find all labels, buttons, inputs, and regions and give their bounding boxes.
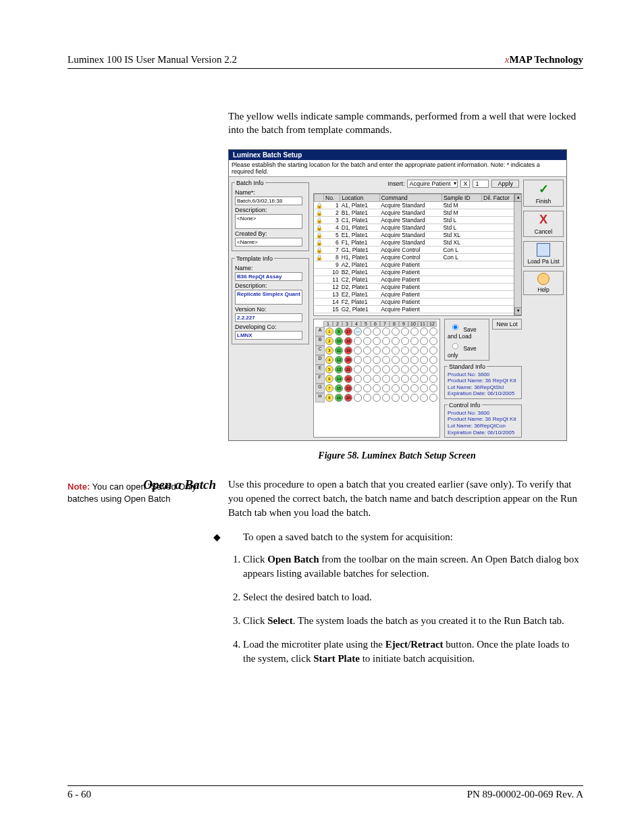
created-by-input[interactable]: <Name> (235, 238, 302, 246)
plate-well[interactable] (363, 346, 371, 355)
plate-well[interactable] (401, 346, 409, 355)
save-and-load-radio[interactable]: Save and Load (448, 321, 486, 340)
table-row[interactable]: 🔒3C1, Plate1Acquire StandardStd L1 (315, 216, 521, 224)
load-pa-list-button[interactable]: Load Pa List (523, 241, 564, 267)
table-row[interactable]: 🔒4D1, Plate1Acquire StandardStd L1 (315, 224, 521, 231)
plate-well[interactable]: 4 (325, 356, 333, 364)
plate-well[interactable] (363, 384, 371, 392)
table-row[interactable]: 🔒5E1, Plate1Acquire StandardStd XL1 (315, 231, 521, 238)
plate-well[interactable] (382, 328, 390, 336)
plate-well[interactable] (429, 356, 437, 364)
plate-well[interactable] (420, 328, 428, 336)
table-row[interactable]: 9A2, Plate1Acquire Patient2 (315, 261, 521, 268)
plate-well[interactable] (373, 356, 381, 364)
plate-well[interactable] (354, 365, 362, 373)
plate-well[interactable] (373, 337, 381, 345)
plate-well[interactable]: 9 (335, 328, 343, 336)
plate-well[interactable]: 20 (344, 356, 352, 364)
plate-well[interactable] (363, 394, 371, 402)
plate-well[interactable] (420, 365, 428, 373)
plate-well[interactable]: 22 (344, 375, 352, 383)
plate-well[interactable] (382, 365, 390, 373)
save-only-radio[interactable]: Save only (448, 340, 486, 359)
plate-well[interactable] (382, 346, 390, 355)
plate-well[interactable] (429, 365, 437, 373)
col-sample-id[interactable]: Sample ID (441, 194, 481, 201)
plate-well[interactable] (410, 394, 419, 402)
plate-well[interactable]: 7 (325, 384, 333, 392)
col-location[interactable]: Location (340, 194, 379, 201)
description-input[interactable]: <None> (235, 214, 302, 229)
plate-well[interactable] (429, 384, 437, 392)
name-input[interactable]: Batch,6/3/02,16:38 (235, 197, 302, 205)
plate-well[interactable]: 23 (344, 384, 352, 392)
plate-well[interactable] (429, 337, 437, 345)
plate-well[interactable]: 21 (344, 365, 352, 373)
plate-well[interactable] (382, 394, 390, 402)
plate-well[interactable]: 15 (335, 384, 343, 392)
table-row[interactable]: 14F2, Plate1Acquire Patient1 (315, 298, 521, 305)
plate-well[interactable]: 1 (325, 328, 333, 336)
plate-well[interactable] (420, 356, 428, 364)
table-row[interactable]: 10B2, Plate1Acquire Patient2 (315, 268, 521, 276)
table-row[interactable]: 🔒8H1, Plate1Acquire ControlCon L1 (315, 253, 521, 261)
insert-command-select[interactable]: Acquire Patient (407, 180, 458, 188)
new-lot-button[interactable]: New Lot (492, 319, 522, 330)
plate-well[interactable] (392, 337, 400, 345)
plate-well[interactable]: 12 (335, 356, 343, 364)
plate-well[interactable] (363, 337, 371, 345)
plate-well[interactable] (401, 337, 409, 345)
plate-well[interactable]: 10 (335, 337, 343, 345)
plate-well[interactable] (410, 337, 419, 345)
plate-well[interactable] (401, 394, 409, 402)
plate-well[interactable]: 3 (325, 346, 333, 355)
plate-well[interactable]: 24 (344, 394, 352, 402)
plate-well[interactable] (392, 394, 400, 402)
plate-map[interactable]: 123456789101112 A1917⋯B21018C31119D41220… (313, 319, 440, 438)
plate-well[interactable] (392, 328, 400, 336)
plate-well[interactable]: 13 (335, 365, 343, 373)
col-command[interactable]: Command (379, 194, 441, 201)
table-row[interactable]: 🔒2B1, Plate1Acquire StandardStd M1 (315, 209, 521, 216)
finish-button[interactable]: ✓ Finish (523, 180, 564, 207)
plate-well[interactable] (373, 365, 381, 373)
plate-well[interactable] (429, 346, 437, 355)
cancel-button[interactable]: X Cancel (523, 211, 564, 237)
col-lock[interactable] (315, 194, 324, 201)
plate-well[interactable] (354, 337, 362, 345)
plate-well[interactable] (373, 346, 381, 355)
plate-well[interactable] (382, 375, 390, 383)
plate-well[interactable]: 5 (325, 365, 333, 373)
plate-well[interactable] (363, 328, 371, 336)
plate-well[interactable] (420, 337, 428, 345)
plate-well[interactable] (401, 365, 409, 373)
plate-well[interactable] (410, 328, 419, 336)
plate-well[interactable] (420, 346, 428, 355)
plate-well[interactable] (429, 375, 437, 383)
plate-well[interactable] (392, 356, 400, 364)
plate-well[interactable]: ⋯ (354, 328, 362, 336)
plate-well[interactable]: 2 (325, 337, 333, 345)
plate-well[interactable] (363, 356, 371, 364)
plate-well[interactable] (363, 375, 371, 383)
plate-well[interactable] (429, 328, 437, 336)
plate-well[interactable] (401, 375, 409, 383)
help-button[interactable]: Help (523, 271, 564, 295)
plate-well[interactable] (410, 365, 419, 373)
plate-well[interactable] (373, 375, 381, 383)
plate-well[interactable] (392, 346, 400, 355)
plate-well[interactable] (420, 375, 428, 383)
table-row[interactable]: 🔒7G1, Plate1Acquire ControlCon L1 (315, 246, 521, 253)
plate-well[interactable] (392, 365, 400, 373)
plate-well[interactable] (410, 346, 419, 355)
plate-well[interactable] (410, 356, 419, 364)
plate-well[interactable] (363, 365, 371, 373)
plate-well[interactable] (429, 394, 437, 402)
table-row[interactable]: 15G2, Plate1Acquire Patient1 (315, 305, 521, 313)
table-row[interactable]: 11C2, Plate1Acquire Patient2 (315, 276, 521, 283)
plate-well[interactable] (354, 356, 362, 364)
plate-well[interactable] (382, 356, 390, 364)
plate-well[interactable] (354, 375, 362, 383)
plate-well[interactable] (382, 384, 390, 392)
plate-well[interactable] (354, 394, 362, 402)
